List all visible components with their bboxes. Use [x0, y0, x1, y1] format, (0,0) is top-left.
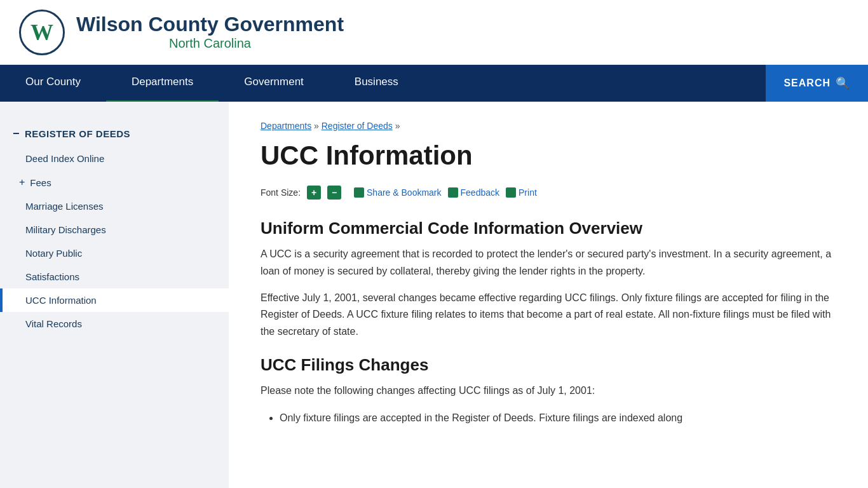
search-button[interactable]: SEARCH 🔍 — [766, 65, 868, 102]
nav-link-business[interactable]: Business — [329, 64, 424, 100]
sidebar-item-vital-records[interactable]: Vital Records — [0, 312, 229, 336]
nav-item-departments[interactable]: Departments — [106, 64, 219, 103]
sidebar-item-fees[interactable]: + Fees — [0, 170, 229, 194]
nav-link-departments[interactable]: Departments — [106, 64, 219, 103]
search-label: SEARCH — [783, 78, 831, 89]
section-ucc-overview: Uniform Commercial Code Information Over… — [261, 219, 836, 340]
sidebar-section-title: − REGISTER OF DEEDS — [0, 121, 229, 147]
section-para-1-1: A UCC is a security agreement that is re… — [261, 246, 836, 280]
section-para-1-2: Effective July 1, 2001, several changes … — [261, 290, 836, 340]
print-label: Print — [519, 187, 537, 198]
sidebar-collapse-icon[interactable]: − — [13, 127, 20, 140]
sidebar-item-deed-index[interactable]: Deed Index Online — [0, 147, 229, 170]
sidebar-item-notary-public[interactable]: Notary Public — [0, 241, 229, 265]
section-para-2-1: Please note the following changes affect… — [261, 383, 836, 399]
font-size-label: Font Size: — [261, 187, 301, 198]
feedback-icon — [448, 187, 458, 198]
site-title-sub: North Carolina — [76, 36, 344, 51]
share-icon — [354, 187, 364, 198]
sidebar-item-marriage-licenses[interactable]: Marriage Licenses — [0, 194, 229, 218]
sidebar-expand-icon: + — [19, 177, 25, 188]
logo-circle: W — [19, 10, 65, 55]
sidebar-item-satisfactions[interactable]: Satisfactions — [0, 265, 229, 288]
share-bookmark-link[interactable]: Share & Bookmark — [354, 187, 442, 198]
feedback-link[interactable]: Feedback — [448, 187, 499, 198]
logo-letter: W — [31, 19, 53, 46]
nav-item-business[interactable]: Business — [329, 64, 424, 103]
section-heading-1: Uniform Commercial Code Information Over… — [261, 219, 836, 238]
section-ucc-filings: UCC Filings Changes Please note the foll… — [261, 355, 836, 426]
feedback-label: Feedback — [461, 187, 499, 198]
bullet-item-1: Only fixture filings are accepted in the… — [280, 410, 836, 426]
sidebar-item-military-discharges[interactable]: Military Discharges — [0, 218, 229, 241]
page-layout: − REGISTER OF DEEDS Deed Index Online + … — [0, 102, 868, 488]
page-title: UCC Information — [261, 141, 836, 170]
sidebar-item-ucc-information[interactable]: UCC Information — [0, 288, 229, 312]
main-content: Departments » Register of Deeds » UCC In… — [229, 102, 868, 488]
nav-link-government[interactable]: Government — [219, 64, 329, 100]
print-link[interactable]: Print — [506, 187, 537, 198]
nav-list: Our County Departments Government Busine… — [0, 64, 766, 103]
nav-item-government[interactable]: Government — [219, 64, 329, 103]
section-heading-2: UCC Filings Changes — [261, 355, 836, 375]
sidebar-section-label: REGISTER OF DEEDS — [25, 128, 130, 139]
breadcrumb-sep-1: » — [314, 121, 322, 131]
sidebar-fees-label: Fees — [30, 177, 51, 188]
site-title-block: Wilson County Government North Carolina — [76, 13, 344, 50]
print-icon — [506, 187, 516, 198]
sidebar: − REGISTER OF DEEDS Deed Index Online + … — [0, 102, 229, 488]
share-label: Share & Bookmark — [367, 187, 442, 198]
breadcrumb-sep-2: » — [395, 121, 400, 131]
breadcrumb: Departments » Register of Deeds » — [261, 121, 836, 131]
search-icon: 🔍 — [836, 76, 850, 90]
font-controls: Font Size: + − Share & Bookmark Feedback… — [261, 186, 836, 200]
font-decrease-button[interactable]: − — [327, 186, 341, 200]
site-header: W Wilson County Government North Carolin… — [0, 0, 868, 65]
nav-link-our-county[interactable]: Our County — [0, 64, 106, 100]
font-increase-button[interactable]: + — [307, 186, 321, 200]
breadcrumb-register-of-deeds[interactable]: Register of Deeds — [322, 121, 393, 131]
site-title-main: Wilson County Government — [76, 13, 344, 36]
bullet-list: Only fixture filings are accepted in the… — [261, 410, 836, 426]
nav-item-our-county[interactable]: Our County — [0, 64, 106, 103]
breadcrumb-departments[interactable]: Departments — [261, 121, 311, 131]
main-nav: Our County Departments Government Busine… — [0, 65, 868, 102]
